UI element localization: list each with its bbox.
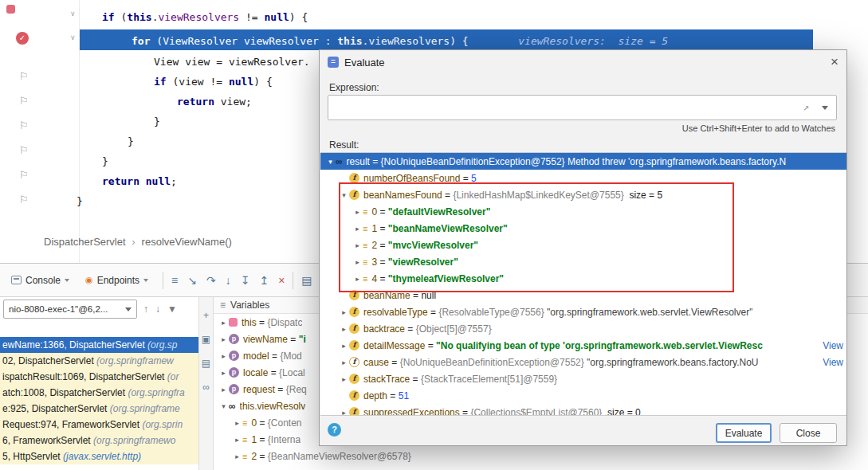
text-segment: viewResolvers bbox=[158, 11, 239, 23]
expander-right-icon[interactable]: ▸ bbox=[218, 319, 229, 327]
expander-right-icon[interactable]: ▸ bbox=[352, 241, 363, 249]
expander-right-icon[interactable]: ▸ bbox=[218, 352, 229, 360]
row-text: resolvableType = {ResolvableType@7556} "… bbox=[363, 307, 752, 318]
frame-row[interactable]: ewName:1366, DispatcherServlet (org.sp bbox=[0, 337, 198, 353]
help-icon[interactable]: ? bbox=[328, 423, 341, 437]
text-segment: ; bbox=[171, 175, 177, 187]
evaluate-button[interactable]: Evaluate bbox=[716, 423, 772, 443]
expander-right-icon[interactable]: ▸ bbox=[339, 308, 349, 316]
result-tree-row[interactable]: ▸fresolvableType = {ResolvableType@7556}… bbox=[320, 304, 846, 320]
expander-right-icon[interactable]: ▸ bbox=[339, 358, 349, 366]
expand-icon[interactable]: ↗ bbox=[803, 96, 809, 119]
breakpoint-icon[interactable]: ✓ bbox=[16, 32, 29, 45]
view-link[interactable]: View bbox=[816, 357, 843, 368]
menu-icon[interactable]: ≡ bbox=[220, 300, 226, 311]
view-link[interactable]: View bbox=[816, 340, 843, 351]
copy-stack-icon[interactable]: ▤ bbox=[199, 358, 213, 369]
expander-down-icon[interactable]: ▾ bbox=[325, 158, 336, 166]
frame-row[interactable]: Request:974, FrameworkServlet (org.sprin bbox=[0, 417, 198, 433]
expander-right-icon[interactable]: ▸ bbox=[352, 208, 363, 216]
result-tree-row[interactable]: ▸fdetailMessage = "No qualifying bean of… bbox=[320, 337, 846, 354]
bookmark-flag-icon[interactable]: ⚐ bbox=[19, 119, 29, 131]
row-text: locale = {Local bbox=[243, 367, 305, 378]
expander-right-icon[interactable]: ▸ bbox=[339, 409, 349, 417]
step-out-icon[interactable]: ↥ bbox=[259, 274, 269, 287]
expander-down-icon[interactable]: ▾ bbox=[339, 191, 349, 199]
evaluate-glasses-icon[interactable]: ∞ bbox=[199, 382, 213, 393]
frame-row[interactable]: ispatchResult:1069, DispatcherServlet (o… bbox=[0, 369, 198, 385]
bookmark-flag-icon[interactable]: ⚐ bbox=[19, 70, 29, 82]
row-text: cause = {NoUniqueBeanDefinitionException… bbox=[363, 357, 759, 368]
expander-right-icon[interactable]: ▸ bbox=[339, 342, 349, 350]
close-button[interactable]: Close bbox=[780, 423, 837, 443]
result-tree-row[interactable]: ▾fbeanNamesFound = {LinkedHashMap$Linked… bbox=[320, 186, 846, 203]
expression-input[interactable]: this.webApplicationContext.getBean(ViewR… bbox=[328, 95, 837, 120]
next-frame-icon[interactable]: ↓ bbox=[155, 304, 160, 315]
result-tree-row[interactable]: fdepth = 51 bbox=[320, 387, 846, 404]
result-tree-row[interactable]: ▾∞result = {NoUniqueBeanDefinitionExcept… bbox=[320, 153, 846, 170]
expander-right-icon[interactable]: ▸ bbox=[218, 369, 229, 377]
bookmark-flag-icon[interactable]: ⚐ bbox=[19, 194, 29, 206]
add-watch-icon[interactable]: + bbox=[199, 310, 213, 321]
thread-row: nio-8080-exec-1"@6,2... ↑↓▼ bbox=[0, 297, 198, 321]
force-step-into-icon[interactable]: ↧ bbox=[241, 274, 250, 287]
text-segment: != bbox=[239, 11, 264, 23]
bookmark-flag-icon[interactable]: ⚐ bbox=[19, 144, 29, 156]
text-segment: "org.springframework.web.servlet.ViewRes… bbox=[547, 307, 752, 318]
variable-row[interactable]: ▸≡2 = {BeanNameViewResolver@6578} bbox=[214, 448, 868, 464]
frame-row[interactable]: 5, HttpServlet (javax.servlet.http) bbox=[0, 448, 198, 464]
frame-row[interactable]: 6, FrameworkServlet (org.springframewo bbox=[0, 433, 198, 448]
text-segment: depth bbox=[363, 390, 387, 401]
result-tree-row[interactable]: ▸fsuppressedExceptions = {Collections$Em… bbox=[320, 404, 846, 416]
thread-dropdown[interactable]: nio-8080-exec-1"@6,2... bbox=[3, 300, 137, 319]
result-tree-row[interactable]: ▸≡4 = "thymeleafViewResolver" bbox=[320, 270, 846, 287]
filter-frames-icon[interactable]: ▼ bbox=[167, 304, 177, 315]
layout-icon[interactable]: ▤ bbox=[301, 274, 312, 287]
expander-right-icon[interactable]: ▸ bbox=[218, 335, 229, 343]
result-tree-row[interactable]: ▸≡0 = "defaultViewResolver" bbox=[320, 203, 846, 220]
result-tree-row[interactable]: ▸≡1 = "beanNameViewResolver" bbox=[320, 220, 846, 237]
expander-right-icon[interactable]: ▸ bbox=[232, 419, 242, 427]
prev-frame-icon[interactable]: ↑ bbox=[143, 304, 148, 315]
result-tree-row[interactable]: ▸≡2 = "mvcViewResolver" bbox=[320, 237, 846, 253]
bookmark-flag-icon[interactable]: ⚐ bbox=[19, 95, 29, 107]
step-over-icon[interactable]: ↷ bbox=[206, 274, 216, 287]
expander-right-icon[interactable]: ▸ bbox=[352, 225, 363, 233]
bookmark-flag-icon[interactable]: ⚐ bbox=[19, 169, 29, 181]
result-tree-row[interactable]: ▸fstackTrace = {StackTraceElement[51]@75… bbox=[320, 370, 846, 387]
text-segment: = bbox=[268, 367, 279, 378]
frame-row[interactable]: e:925, DispatcherServlet (org.springfram… bbox=[0, 401, 198, 417]
expander-down-icon[interactable]: ▾ bbox=[218, 402, 229, 410]
frame-method: 02, DispatcherServlet bbox=[2, 355, 96, 366]
show-execution-point-icon[interactable]: ↘ bbox=[187, 274, 197, 287]
fold-icon[interactable]: ∨ bbox=[70, 10, 76, 18]
step-into-icon[interactable]: ↓ bbox=[226, 274, 231, 287]
result-tree-row[interactable]: fnumberOfBeansFound = 5 bbox=[320, 170, 846, 186]
expander-right-icon[interactable]: ▸ bbox=[339, 325, 349, 333]
result-tree-row[interactable]: ▸fcause = {NoUniqueBeanDefinitionExcepti… bbox=[320, 354, 846, 370]
chevron-down-icon bbox=[143, 279, 148, 282]
tab-console[interactable]: Console bbox=[5, 264, 76, 296]
result-tree-row[interactable]: ▸≡3 = "viewResolver" bbox=[320, 253, 846, 270]
restore-layout-icon[interactable]: ▣ bbox=[199, 334, 213, 345]
result-tree-row[interactable]: fbeanName = null bbox=[320, 287, 846, 304]
frame-row[interactable]: 02, DispatcherServlet (org.springframew bbox=[0, 353, 198, 369]
result-tree-row[interactable]: ▸fbacktrace = {Object[5]@7557} bbox=[320, 320, 846, 337]
expander-right-icon[interactable]: ▸ bbox=[218, 386, 229, 394]
close-icon[interactable]: × bbox=[831, 54, 839, 70]
menu-icon[interactable]: ≡ bbox=[171, 274, 178, 287]
mute-breakpoints-icon[interactable]: × bbox=[278, 274, 285, 287]
frame-row[interactable]: atch:1008, DispatcherServlet (org.spring… bbox=[0, 385, 198, 401]
tab-endpoints[interactable]: ◉ Endpoints bbox=[79, 264, 155, 296]
expander-right-icon[interactable]: ▸ bbox=[352, 258, 363, 266]
expander-right-icon[interactable]: ▸ bbox=[232, 436, 242, 444]
expander-right-icon[interactable]: ▸ bbox=[232, 452, 242, 460]
breadcrumb-class[interactable]: DispatcherServlet bbox=[44, 236, 126, 248]
expander-right-icon[interactable]: ▸ bbox=[339, 375, 349, 383]
fold-icon[interactable]: ∨ bbox=[70, 33, 76, 41]
breadcrumb-method[interactable]: resolveViewName() bbox=[142, 236, 232, 248]
breadcrumb: DispatcherServlet › resolveViewName() bbox=[44, 236, 232, 248]
chevron-down-icon[interactable] bbox=[822, 106, 828, 110]
expander-right-icon[interactable]: ▸ bbox=[352, 275, 363, 283]
dialog-titlebar[interactable]: = Evaluate × bbox=[320, 50, 846, 74]
